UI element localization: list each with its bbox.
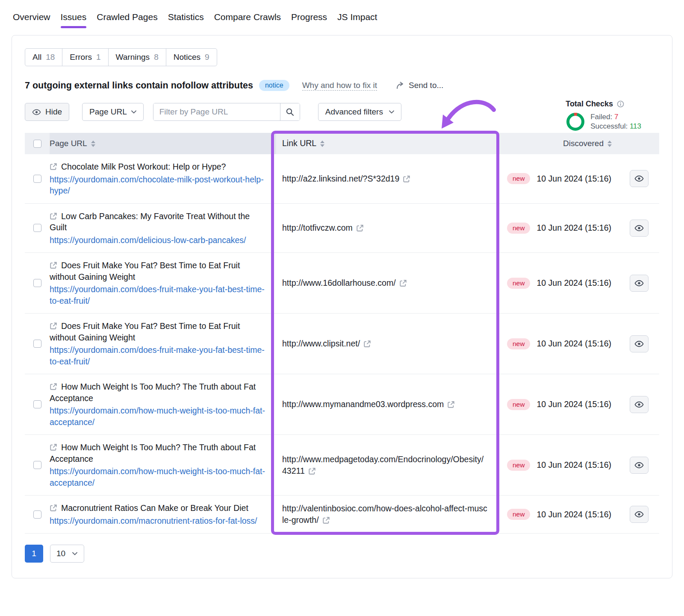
successful-label: Successful: [590, 122, 628, 130]
page-url-link[interactable]: https://yourdomain.com/how-much-weight-i… [50, 466, 266, 488]
hide-button[interactable]: Hide [25, 103, 69, 121]
discovered-date: 10 Jun 2024 (15:16) [537, 223, 611, 233]
view-issue-button[interactable] [630, 275, 649, 292]
tab-js-impact[interactable]: JS Impact [337, 10, 377, 29]
row-checkbox[interactable] [33, 175, 41, 183]
view-issue-button[interactable] [630, 396, 649, 413]
external-link-icon[interactable] [403, 174, 410, 182]
external-link-icon[interactable] [322, 516, 330, 523]
external-link-icon[interactable] [308, 466, 316, 474]
chevron-down-icon [131, 110, 136, 114]
filter-notices[interactable]: Notices 9 [166, 49, 217, 66]
view-issue-button[interactable] [630, 457, 649, 474]
tab-compare-crawls[interactable]: Compare Crawls [214, 10, 281, 29]
table-row: Low Carb Pancakes: My Favorite Treat Wit… [25, 204, 659, 253]
discovered-header-label: Discovered [563, 139, 604, 148]
tab-issues[interactable]: Issues [61, 10, 87, 29]
send-to-button[interactable]: Send to... [396, 81, 443, 90]
discovered-date: 10 Jun 2024 (15:16) [537, 339, 611, 349]
filter-all-count: 18 [46, 53, 55, 62]
page-url-header-label: Page URL [50, 139, 87, 148]
external-link-icon[interactable] [356, 223, 364, 231]
tab-overview[interactable]: Overview [13, 10, 50, 29]
link-url-text: http://www.16dollarhouse.com/ [282, 278, 396, 287]
row-checkbox[interactable] [33, 510, 41, 519]
row-checkbox[interactable] [33, 279, 41, 287]
page-url-link[interactable]: https://yourdomain.com/delicious-low-car… [50, 235, 266, 246]
page-url-link[interactable]: https://yourdomain.com/macronutrient-rat… [50, 515, 266, 527]
issues-panel: All 18 Errors 1 Warnings 8 Notices 9 7 o… [12, 35, 672, 578]
per-page-select[interactable]: 10 [50, 545, 84, 563]
failed-value: 7 [614, 113, 618, 121]
page-1-button[interactable]: 1 [25, 545, 43, 563]
tab-statistics[interactable]: Statistics [168, 10, 204, 29]
external-link-icon[interactable] [447, 400, 455, 408]
external-link-icon[interactable] [399, 279, 407, 286]
view-issue-button[interactable] [630, 220, 649, 237]
table-row: Macronutrient Ratios Can Make or Break Y… [25, 496, 659, 534]
select-all-checkbox[interactable] [33, 140, 41, 148]
per-page-value: 10 [56, 549, 65, 558]
new-badge: new [507, 223, 530, 234]
row-checkbox[interactable] [33, 340, 41, 348]
column-header-link-url[interactable]: Link URL [276, 133, 498, 154]
eye-icon [634, 461, 644, 470]
why-and-how-to-fix-link[interactable]: Why and how to fix it [302, 81, 377, 91]
eye-icon [634, 510, 644, 519]
sort-icon [91, 141, 95, 147]
row-checkbox[interactable] [33, 224, 41, 232]
info-icon[interactable] [617, 100, 624, 108]
page-title: Does Fruit Make You Fat? Best Time to Ea… [50, 321, 240, 342]
external-link-icon [50, 503, 57, 511]
tab-progress[interactable]: Progress [291, 10, 327, 29]
external-link-icon [50, 211, 57, 219]
column-header-page-url[interactable]: Page URL [50, 133, 276, 154]
page-url-link[interactable]: https://yourdomain.com/how-much-weight-i… [50, 405, 266, 428]
severity-filter: All 18 Errors 1 Warnings 8 Notices 9 [25, 48, 217, 66]
page-url-filter [153, 103, 300, 121]
view-issue-button[interactable] [630, 335, 649, 352]
link-url-text: http://valentinbosioc.com/how-does-alcoh… [282, 504, 487, 525]
issue-heading-row: 7 outgoing external links contain nofoll… [25, 80, 659, 91]
page-title: How Much Weight Is Too Much? The Truth a… [50, 382, 256, 403]
page-title: Macronutrient Ratios Can Make or Break Y… [61, 503, 248, 513]
column-header-discovered[interactable]: Discovered [498, 133, 630, 154]
view-issue-button[interactable] [630, 506, 649, 523]
external-link-icon [50, 382, 57, 390]
table-body: Chocolate Milk Post Workout: Help or Hyp… [25, 154, 659, 534]
row-checkbox[interactable] [33, 400, 41, 408]
table-row: Does Fruit Make You Fat? Best Time to Ea… [25, 314, 659, 374]
discovered-date: 10 Jun 2024 (15:16) [537, 460, 611, 470]
sort-icon [320, 141, 324, 147]
view-issue-button[interactable] [630, 170, 649, 187]
filter-input[interactable] [153, 103, 280, 120]
filter-warnings-count: 8 [154, 53, 159, 62]
filter-errors[interactable]: Errors 1 [62, 49, 108, 66]
new-badge: new [507, 509, 530, 520]
table-row: Chocolate Milk Post Workout: Help or Hyp… [25, 154, 659, 204]
page-url-link[interactable]: https://yourdomain.com/does-fruit-make-y… [50, 284, 266, 306]
eye-icon [32, 108, 41, 117]
advanced-filters-button[interactable]: Advanced filters [318, 103, 401, 121]
filter-warnings[interactable]: Warnings 8 [109, 49, 166, 66]
link-url-text: http://www.clipsit.net/ [282, 339, 360, 348]
link-url-text: http://www.mymanandme03.wordpress.com [282, 399, 444, 409]
filter-all[interactable]: All 18 [25, 49, 62, 66]
notice-badge: notice [259, 80, 289, 91]
page-url-link[interactable]: https://yourdomain.com/chocolate-milk-po… [50, 174, 266, 197]
new-badge: new [507, 460, 530, 471]
top-nav: Overview Issues Crawled Pages Statistics… [0, 0, 684, 29]
page-url-link[interactable]: https://yourdomain.com/does-fruit-make-y… [50, 344, 266, 367]
page-title: Does Fruit Make You Fat? Best Time to Ea… [50, 261, 240, 282]
search-button[interactable] [280, 103, 300, 120]
external-link-icon[interactable] [363, 339, 371, 347]
external-link-icon [50, 321, 57, 329]
send-arrow-icon [396, 81, 405, 90]
eye-icon [634, 174, 644, 183]
external-link-icon [50, 443, 57, 450]
filter-field-select[interactable]: Page URL [82, 103, 144, 121]
tab-crawled-pages[interactable]: Crawled Pages [97, 10, 157, 29]
new-badge: new [507, 278, 530, 289]
row-checkbox[interactable] [33, 461, 41, 469]
external-link-icon [50, 261, 57, 268]
